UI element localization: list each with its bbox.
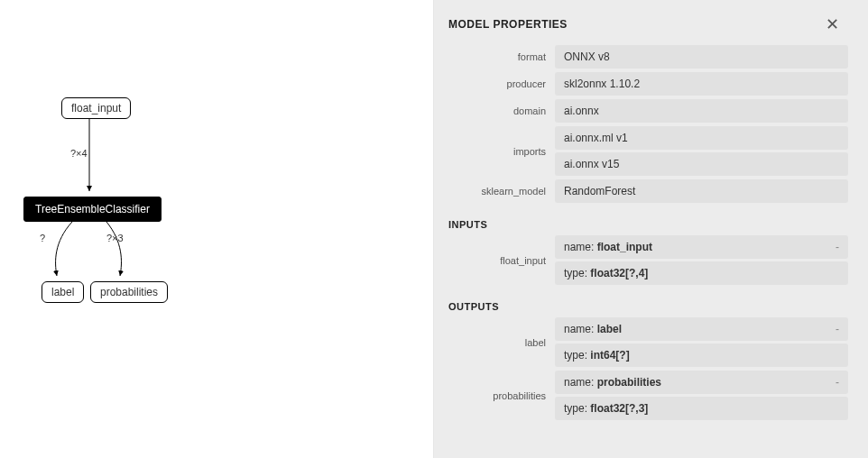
prop-val-domain[interactable]: ai.onnx bbox=[555, 99, 848, 123]
prop-key-output-probabilities: probabilities bbox=[434, 371, 555, 420]
prop-val-output-label-name[interactable]: name: label - bbox=[555, 317, 848, 341]
prop-val-input-float-input-name[interactable]: name: float_input - bbox=[555, 235, 848, 259]
graph-panel: float_input ?×4 TreeEnsembleClassifier ?… bbox=[0, 0, 433, 458]
kv-key: type bbox=[564, 267, 585, 279]
kv-key: type bbox=[564, 402, 585, 415]
kv-val: float32[?,4] bbox=[590, 267, 648, 279]
prop-row-format: format ONNX v8 bbox=[434, 45, 854, 69]
prop-val-input-float-input-type[interactable]: type: float32[?,4] bbox=[555, 261, 848, 285]
panel-title: MODEL PROPERTIES bbox=[448, 18, 568, 31]
prop-val-imports-1[interactable]: ai.onnx v15 bbox=[555, 152, 848, 176]
prop-row-imports: imports ai.onnx.ml v1 ai.onnx v15 bbox=[434, 126, 854, 176]
edge-op-to-label-label: ? bbox=[40, 233, 45, 243]
prop-val-format[interactable]: ONNX v8 bbox=[555, 45, 848, 69]
prop-val-output-probabilities-name[interactable]: name: probabilities - bbox=[555, 371, 848, 394]
prop-val-output-label-type[interactable]: type: int64[?] bbox=[555, 344, 848, 367]
prop-val-imports-0[interactable]: ai.onnx.ml v1 bbox=[555, 126, 848, 150]
expand-dash-icon[interactable]: - bbox=[836, 241, 839, 253]
kv-key: type bbox=[564, 349, 585, 362]
prop-row-input-float-input: float_input name: float_input - type: fl… bbox=[434, 235, 854, 285]
prop-key-domain: domain bbox=[434, 99, 555, 123]
prop-val-output-probabilities-type[interactable]: type: float32[?,3] bbox=[555, 397, 848, 420]
prop-key-imports: imports bbox=[434, 126, 555, 176]
prop-row-output-probabilities: probabilities name: probabilities - type… bbox=[434, 371, 854, 420]
prop-row-output-label: label name: label - type: int64[?] bbox=[434, 317, 854, 367]
kv-key: name bbox=[564, 241, 591, 253]
node-input-label: float_input bbox=[71, 102, 121, 114]
prop-key-input-float-input: float_input bbox=[434, 235, 555, 285]
prop-row-producer: producer skl2onnx 1.10.2 bbox=[434, 72, 854, 96]
properties-panel: MODEL PROPERTIES ✕ format ONNX v8 produc… bbox=[433, 0, 868, 458]
kv-val: label bbox=[597, 323, 622, 335]
prop-key-sklearn-model: sklearn_model bbox=[434, 179, 555, 203]
node-output-label[interactable]: label bbox=[42, 281, 84, 303]
expand-dash-icon[interactable]: - bbox=[836, 376, 839, 389]
prop-key-format: format bbox=[434, 45, 555, 69]
kv-val: int64[?] bbox=[590, 349, 629, 362]
prop-val-sklearn-model[interactable]: RandomForest bbox=[555, 179, 848, 203]
close-icon[interactable]: ✕ bbox=[822, 13, 843, 36]
node-operator[interactable]: TreeEnsembleClassifier bbox=[23, 197, 162, 222]
graph-edges bbox=[0, 0, 433, 458]
prop-row-domain: domain ai.onnx bbox=[434, 99, 854, 123]
edge-op-to-prob-label: ?×3 bbox=[106, 233, 124, 243]
kv-val: float_input bbox=[597, 241, 652, 253]
edge-input-to-op-label: ?×4 bbox=[70, 148, 88, 159]
node-output-label-text: label bbox=[51, 286, 74, 298]
node-output-probabilities-text: probabilities bbox=[100, 286, 158, 298]
expand-dash-icon[interactable]: - bbox=[836, 323, 839, 335]
kv-key: name bbox=[564, 323, 591, 335]
prop-row-sklearn-model: sklearn_model RandomForest bbox=[434, 179, 854, 203]
node-input[interactable]: float_input bbox=[61, 97, 131, 119]
panel-header: MODEL PROPERTIES ✕ bbox=[434, 13, 854, 45]
kv-val: float32[?,3] bbox=[590, 402, 648, 415]
prop-key-producer: producer bbox=[434, 72, 555, 96]
prop-key-output-label: label bbox=[434, 317, 555, 367]
node-output-probabilities[interactable]: probabilities bbox=[90, 281, 168, 303]
section-title-outputs: OUTPUTS bbox=[434, 289, 854, 317]
kv-key: name bbox=[564, 376, 591, 389]
section-title-inputs: INPUTS bbox=[434, 206, 854, 235]
kv-val: probabilities bbox=[597, 376, 661, 389]
prop-val-producer[interactable]: skl2onnx 1.10.2 bbox=[555, 72, 848, 96]
node-operator-label: TreeEnsembleClassifier bbox=[35, 203, 150, 215]
